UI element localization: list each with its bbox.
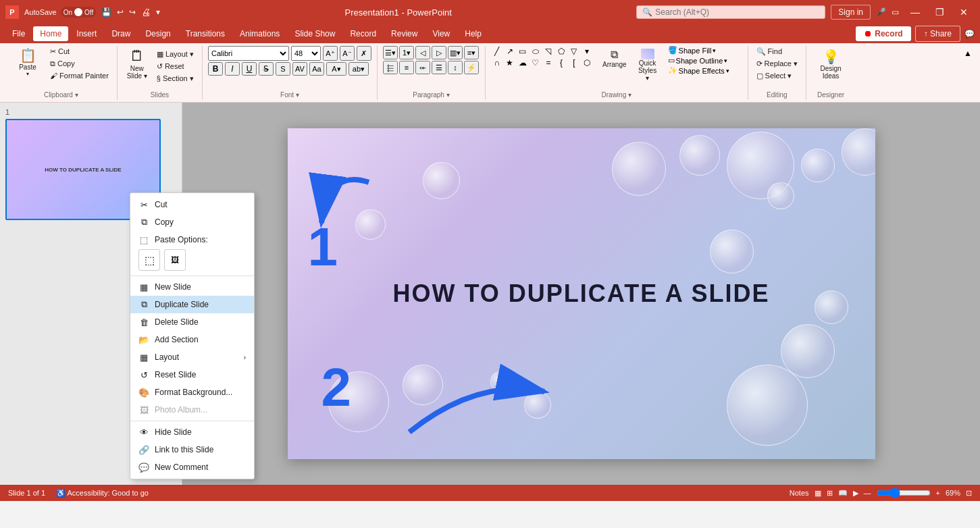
font-family-select[interactable]: Calibri bbox=[208, 46, 289, 61]
menu-design[interactable]: Design bbox=[138, 26, 177, 41]
shadow-button[interactable]: S bbox=[276, 62, 290, 76]
shape-flow[interactable]: ⬡ bbox=[581, 57, 593, 68]
notes-button[interactable]: Notes bbox=[790, 489, 809, 497]
justify-button[interactable]: ☰ bbox=[432, 61, 446, 74]
redo-icon[interactable]: ↪ bbox=[129, 7, 136, 17]
line-spacing-button[interactable]: ≡▾ bbox=[464, 46, 479, 59]
shape-fill-label[interactable]: Shape Fill bbox=[679, 47, 712, 55]
ctx-link-slide[interactable]: 🔗 Link to this Slide bbox=[130, 441, 254, 458]
comments-icon[interactable]: 💬 bbox=[964, 29, 975, 38]
shape-more[interactable]: ▾ bbox=[581, 46, 593, 57]
signin-button[interactable]: Sign in bbox=[831, 5, 871, 20]
ctx-layout[interactable]: ▦ Layout › bbox=[130, 348, 254, 366]
paste-button[interactable]: 📋 Paste ▾ bbox=[11, 46, 45, 80]
paste-use-theme-button[interactable]: ⬚ bbox=[138, 249, 160, 271]
fit-page-button[interactable]: ⊡ bbox=[966, 489, 972, 498]
shape-curly[interactable]: { bbox=[555, 57, 567, 68]
slide-view-reading[interactable]: 📖 bbox=[838, 489, 848, 498]
ctx-cut[interactable]: ✂ Cut bbox=[130, 196, 254, 213]
copy-button[interactable]: ⧉ Copy bbox=[47, 58, 111, 70]
ctx-delete-slide[interactable]: 🗑 Delete Slide bbox=[130, 313, 254, 331]
change-case-button[interactable]: Aa bbox=[309, 62, 324, 76]
menu-help[interactable]: Help bbox=[458, 26, 488, 41]
search-input[interactable] bbox=[655, 7, 790, 17]
shape-rect[interactable]: ▭ bbox=[517, 46, 529, 57]
shape-pentagon[interactable]: ⬠ bbox=[555, 46, 567, 57]
slide-view-normal[interactable]: ▦ bbox=[815, 489, 821, 498]
reset-button[interactable]: ↺ Reset bbox=[154, 61, 197, 72]
shape-cloud[interactable]: ☁ bbox=[517, 57, 529, 68]
strikethrough-button[interactable]: S̶ bbox=[259, 62, 274, 76]
shape-eq[interactable]: = bbox=[542, 57, 555, 68]
select-button[interactable]: ▢ Select ▾ bbox=[754, 70, 800, 82]
zoom-slider[interactable] bbox=[877, 487, 931, 498]
menu-draw[interactable]: Draw bbox=[105, 26, 137, 41]
ctx-hide-slide[interactable]: 👁 Hide Slide bbox=[130, 423, 254, 441]
undo-icon[interactable]: ↩ bbox=[117, 7, 124, 17]
cut-button[interactable]: ✂ Cut bbox=[47, 46, 111, 57]
shape-bracket[interactable]: [ bbox=[568, 57, 580, 68]
increase-font-button[interactable]: A⁺ bbox=[323, 46, 338, 61]
customize-icon[interactable]: ▾ bbox=[156, 7, 160, 17]
highlight-button[interactable]: ab▾ bbox=[349, 62, 369, 76]
replace-button[interactable]: ⟳ Replace ▾ bbox=[754, 58, 800, 70]
ctx-new-comment[interactable]: 💬 New Comment bbox=[130, 458, 254, 476]
italic-button[interactable]: I bbox=[225, 62, 240, 76]
menu-slideshow[interactable]: Slide Show bbox=[288, 26, 342, 41]
close-button[interactable]: ✕ bbox=[953, 4, 975, 20]
zoom-level[interactable]: 69% bbox=[946, 489, 960, 497]
columns-button[interactable]: ▥▾ bbox=[448, 46, 463, 59]
ctx-copy[interactable]: ⧉ Copy bbox=[130, 213, 254, 231]
font-color-button[interactable]: A▾ bbox=[326, 62, 346, 76]
shape-arrow[interactable]: ↗ bbox=[504, 46, 516, 57]
shape-curve[interactable]: ∩ bbox=[491, 57, 503, 68]
layout-button[interactable]: ▦ Layout ▾ bbox=[154, 49, 197, 60]
save-icon[interactable]: 💾 bbox=[101, 7, 111, 17]
ribbon-display-icon[interactable]: ▭ bbox=[892, 7, 899, 17]
ctx-reset-slide[interactable]: ↺ Reset Slide bbox=[130, 366, 254, 384]
clear-format-button[interactable]: ✗ bbox=[357, 46, 371, 61]
shape-heart[interactable]: ♡ bbox=[530, 57, 542, 68]
autosave-toggle[interactable]: On Off bbox=[61, 7, 97, 18]
menu-animations[interactable]: Animations bbox=[233, 26, 286, 41]
ctx-format-background[interactable]: 🎨 Format Background... bbox=[130, 384, 254, 401]
align-right-button[interactable]: ⬰ bbox=[415, 61, 430, 74]
align-left-button[interactable]: ⬱ bbox=[383, 61, 398, 74]
menu-transitions[interactable]: Transitions bbox=[179, 26, 232, 41]
shape-effects-arrow[interactable]: ▾ bbox=[726, 68, 729, 74]
shape-outline-arrow[interactable]: ▾ bbox=[724, 57, 727, 64]
format-painter-button[interactable]: 🖌 Format Painter bbox=[47, 70, 111, 81]
underline-button[interactable]: U bbox=[242, 62, 257, 76]
zoom-out-button[interactable]: — bbox=[864, 489, 871, 497]
dictate-icon[interactable]: 🎤 bbox=[876, 7, 886, 17]
shape-line[interactable]: ╱ bbox=[491, 46, 503, 57]
design-ideas-button[interactable]: 💡 Design Ideas bbox=[812, 46, 850, 82]
menu-insert[interactable]: Insert bbox=[70, 26, 103, 41]
ctx-add-section[interactable]: 📂 Add Section bbox=[130, 331, 254, 348]
shape-down[interactable]: ▽ bbox=[568, 46, 580, 57]
section-button[interactable]: § Section ▾ bbox=[154, 73, 197, 84]
increase-indent-button[interactable]: ▷ bbox=[432, 46, 446, 59]
new-slide-button[interactable]: 🗒 New Slide ▾ bbox=[123, 46, 151, 82]
search-bar[interactable]: 🔍 bbox=[636, 5, 825, 19]
shape-rtriangle[interactable]: ◹ bbox=[542, 46, 555, 57]
numbering-button[interactable]: 1▾ bbox=[399, 46, 414, 59]
font-size-select[interactable]: 48 bbox=[291, 46, 321, 61]
bullets-button[interactable]: ☰▾ bbox=[383, 46, 398, 59]
char-spacing-button[interactable]: AV bbox=[292, 62, 307, 76]
menu-record[interactable]: Record bbox=[343, 26, 383, 41]
print-icon[interactable]: 🖨 bbox=[141, 7, 151, 18]
collapse-ribbon-button[interactable]: ▲ bbox=[961, 46, 975, 61]
arrange-button[interactable]: ⧉ Arrange bbox=[598, 46, 631, 71]
minimize-button[interactable]: — bbox=[904, 4, 926, 20]
record-button[interactable]: ⏺ Record bbox=[856, 26, 910, 41]
shape-outline-label[interactable]: Shape Outline bbox=[676, 57, 723, 65]
shape-effects-label[interactable]: Shape Effects bbox=[679, 67, 725, 75]
maximize-button[interactable]: ❐ bbox=[929, 4, 950, 20]
align-center-button[interactable]: ≡ bbox=[399, 61, 414, 74]
shape-oval[interactable]: ⬭ bbox=[530, 46, 542, 57]
ctx-new-slide[interactable]: ▦ New Slide bbox=[130, 278, 254, 296]
shape-fill-arrow[interactable]: ▾ bbox=[713, 47, 716, 54]
slideshow-view[interactable]: ▶ bbox=[853, 489, 858, 498]
smart-art-button[interactable]: ⚡ bbox=[464, 61, 479, 74]
